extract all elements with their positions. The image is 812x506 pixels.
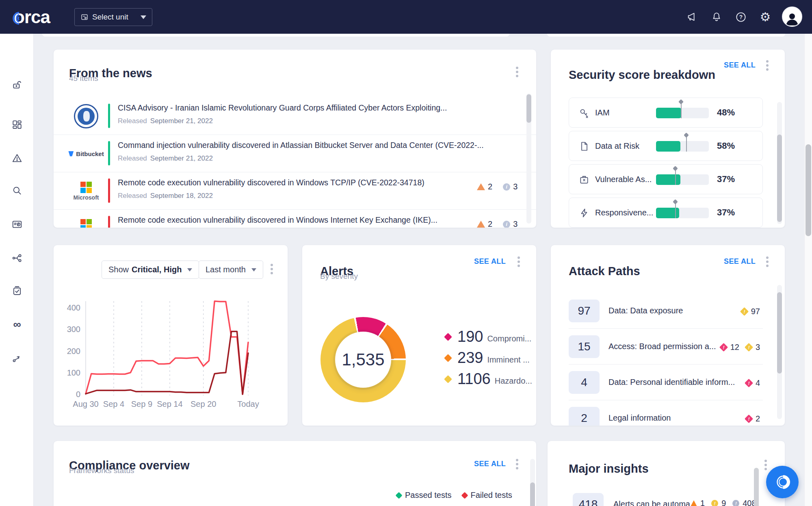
insights-scrollbar-thumb[interactable]	[754, 468, 759, 506]
score-progress-bar	[656, 174, 709, 185]
attack-path-label: Access: Broad permission a...	[608, 342, 716, 351]
attack-paths-scrollbar-thumb[interactable]	[777, 292, 782, 374]
score-label: Responsivene...	[595, 208, 653, 217]
news-item[interactable]: Microsoft Remote code execution vulnerab…	[54, 172, 537, 210]
severity-count: 4	[756, 378, 760, 388]
user-avatar[interactable]	[782, 7, 802, 27]
legend-item-hazardous[interactable]: 1106 Hazardo...	[445, 370, 532, 388]
sidebar-item-attack-paths[interactable]	[11, 252, 24, 265]
score-target-marker	[675, 168, 676, 185]
security-score-see-all[interactable]: SEE ALL	[724, 61, 756, 69]
attack-path-count-badge: 15	[569, 335, 600, 358]
score-label: Data at Risk	[595, 141, 639, 151]
news-item[interactable]: Bitbucket Command injection vulnerabilit…	[54, 135, 537, 172]
dashboard-icon	[12, 119, 22, 130]
legend-item-compromised[interactable]: 190 Compromi...	[445, 328, 531, 345]
sidebar-item-automations[interactable]	[11, 352, 24, 365]
score-percentage: 48%	[717, 107, 735, 118]
score-row-data-at-risk[interactable]: Data at Risk 58%	[569, 131, 763, 161]
score-progress-bar	[656, 208, 709, 218]
news-item-badges: 2 i3	[477, 219, 518, 228]
score-row-responsiveness[interactable]: Responsivene... 37%	[569, 198, 763, 228]
severity-count: 12	[730, 343, 739, 352]
attack-path-row[interactable]: 4 Data: Personal identifiable inform... …	[569, 365, 763, 400]
attack-path-row[interactable]: 15 Access: Broad permission a... !12!3	[569, 329, 763, 365]
help-button[interactable]: ?	[734, 10, 748, 24]
attack-path-row[interactable]: 97 Data: Data exposure !97	[569, 293, 763, 329]
sidebar-item-dashboard[interactable]	[11, 118, 24, 131]
passed-diamond-icon	[396, 492, 403, 499]
attack-paths-kebab-menu[interactable]	[766, 256, 769, 259]
warning-triangle-icon	[12, 153, 22, 163]
legend-label: Imminent ...	[487, 355, 529, 365]
sidebar-item-inventory[interactable]	[11, 218, 24, 231]
alerts-trend-line-chart: Aug 30Sep 4Sep 9Sep 14Sep 20Today0100200…	[54, 245, 288, 426]
news-item-date: September 18, 2022	[150, 192, 213, 200]
page-scrollbar-track[interactable]	[804, 0, 812, 506]
news-item-badges: 2 i3	[477, 182, 518, 191]
news-kebab-menu[interactable]	[516, 67, 518, 69]
major-insights-kebab-menu[interactable]	[764, 460, 767, 462]
compliance-card: Compliance overview Frameworks status SE…	[53, 441, 537, 506]
route-arrow-icon	[12, 353, 22, 363]
score-label: IAM	[595, 108, 610, 117]
user-silhouette-icon	[784, 11, 800, 26]
news-item[interactable]: CISA Advisory - Iranian Islamic Revoluti…	[54, 98, 537, 135]
lightning-icon	[579, 208, 589, 220]
warning-icon	[691, 500, 697, 506]
help-icon: ?	[735, 11, 747, 23]
announcements-button[interactable]	[685, 10, 699, 24]
svg-text:Aug 30: Aug 30	[73, 400, 98, 408]
alerts-kebab-menu[interactable]	[518, 256, 520, 259]
sidebar-item-alerts[interactable]	[11, 152, 24, 165]
svg-text:?: ?	[739, 14, 743, 20]
score-percentage: 37%	[717, 207, 735, 218]
news-item-date: September 21, 2022	[150, 154, 213, 162]
severity-diamond-icon	[444, 375, 452, 383]
orca-logo[interactable]: orca	[14, 7, 67, 27]
severity-count: 1	[700, 499, 705, 506]
compliance-kebab-menu[interactable]	[516, 459, 518, 461]
severity-diamond-icon	[444, 333, 452, 341]
legend-item-failed: Failed tests	[462, 491, 512, 500]
score-progress-fill	[656, 108, 681, 118]
major-insights-card: Major insights 418 Alerts can be automa.…	[547, 441, 785, 506]
score-row-vulnerable-assets[interactable]: Vulnerable As... 37%	[569, 164, 763, 194]
severity-accent-bar	[108, 178, 110, 203]
orca-chat-fab[interactable]	[766, 466, 799, 498]
alerts-card: Alerts By severity SEE ALL 1,535 190 Com…	[302, 245, 537, 426]
sidebar-item-search[interactable]	[11, 184, 24, 197]
severity-count: 97	[751, 307, 760, 316]
sidebar-item-shift-left[interactable]: ∞	[11, 318, 24, 331]
news-scrollbar-thumb[interactable]	[526, 94, 531, 123]
news-item[interactable]: Microsoft Remote code execution vulnerab…	[54, 210, 537, 228]
clipboard-check-icon	[12, 285, 22, 296]
legend-value: 1106	[457, 370, 491, 388]
news-item-title: Remote code execution vulnerability disc…	[118, 178, 424, 187]
select-unit-dropdown[interactable]: Select unit	[74, 8, 152, 26]
alerts-subtitle: By severity	[320, 272, 358, 281]
alerts-see-all[interactable]: SEE ALL	[474, 257, 506, 266]
score-scrollbar-thumb[interactable]	[777, 135, 782, 222]
attack-path-row[interactable]: 2 Legal information !2	[569, 400, 763, 426]
notifications-button[interactable]	[710, 10, 723, 24]
sidebar-item-compliance[interactable]	[11, 284, 24, 297]
page-scrollbar-thumb[interactable]	[806, 144, 811, 236]
iam-key-icon	[579, 108, 589, 120]
security-score-kebab-menu[interactable]	[766, 60, 769, 63]
compliance-see-all[interactable]: SEE ALL	[474, 460, 506, 468]
attack-path-severity-badges: !12!3	[721, 343, 763, 352]
settings-button[interactable]: ⚙	[758, 10, 772, 24]
sidebar-item-security-lock[interactable]	[11, 78, 24, 91]
attack-paths-see-all[interactable]: SEE ALL	[724, 257, 756, 266]
score-progress-fill	[656, 174, 680, 185]
legend-item-imminent[interactable]: 239 Imminent ...	[445, 349, 530, 367]
severity-diamond-icon: !	[719, 343, 728, 352]
score-row-iam[interactable]: IAM 48%	[569, 98, 763, 128]
score-progress-bar	[656, 141, 709, 152]
gear-icon: ⚙	[760, 11, 771, 23]
compliance-scrollbar-thumb[interactable]	[530, 482, 535, 506]
document-icon	[579, 141, 589, 153]
asset-box-x-icon	[579, 174, 589, 187]
severity-count: 9	[721, 499, 726, 506]
